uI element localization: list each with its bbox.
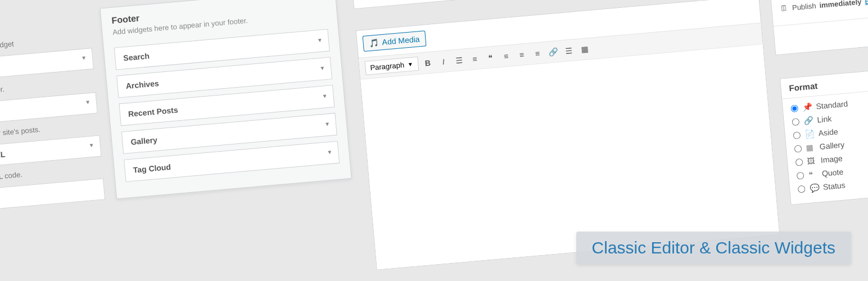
pin-icon: 📌 bbox=[802, 102, 812, 112]
media-icon: 🎵 bbox=[369, 38, 379, 48]
format-gallery-radio[interactable] bbox=[794, 144, 802, 152]
format-option-label: Quote bbox=[821, 167, 843, 178]
format-option-label: Standard bbox=[816, 99, 848, 111]
image-icon: 🖼 bbox=[807, 156, 816, 166]
widget-title: Image bbox=[0, 185, 96, 207]
toolbar-toggle-button[interactable]: ▦ bbox=[578, 42, 591, 56]
publish-metabox: Publish ˄ ˅ ▲ Save Draft Preview 📌 Statu… bbox=[764, 0, 868, 55]
chevron-up-icon[interactable]: ▲ bbox=[323, 0, 329, 1]
readmore-button[interactable]: ☰ bbox=[562, 44, 576, 57]
status-icon: 💬 bbox=[810, 183, 819, 192]
link-button[interactable]: 🔗 bbox=[546, 45, 560, 58]
edit-date-link[interactable]: Edit bbox=[865, 0, 868, 5]
quote-icon: ❝ bbox=[808, 170, 817, 179]
widget-title: Custom HTML bbox=[0, 142, 93, 164]
format-standard-radio[interactable] bbox=[790, 105, 798, 112]
paragraph-label: Paragraph bbox=[370, 61, 405, 72]
format-quote-radio[interactable] bbox=[797, 171, 804, 179]
link-icon: 🔗 bbox=[803, 116, 813, 125]
format-option-label: Status bbox=[822, 180, 846, 191]
format-aside-radio[interactable] bbox=[793, 131, 801, 139]
italic-button[interactable]: I bbox=[437, 55, 450, 68]
chevron-down-icon: ▼ bbox=[319, 65, 326, 71]
chevron-down-icon: ▼ bbox=[317, 37, 323, 43]
numbered-list-button[interactable]: ≡ bbox=[468, 52, 482, 65]
widget-title: alendar bbox=[0, 99, 89, 120]
chevron-down-icon: ▼ bbox=[88, 142, 94, 148]
quote-button[interactable]: ❝ bbox=[483, 51, 497, 64]
format-option-label: Aside bbox=[818, 127, 838, 138]
chevron-down-icon: ▼ bbox=[322, 93, 328, 99]
publish-when-label: Publish bbox=[792, 1, 816, 12]
format-option-label: Gallery bbox=[819, 140, 845, 151]
chevron-down-icon: ▼ bbox=[81, 55, 87, 61]
calendar-icon: 🗓 bbox=[779, 3, 789, 13]
paragraph-select[interactable]: Paragraph ▼ bbox=[365, 57, 419, 75]
align-right-button[interactable]: ≡ bbox=[531, 47, 544, 60]
format-link-radio[interactable] bbox=[792, 117, 799, 125]
chevron-down-icon: ▼ bbox=[85, 99, 91, 106]
format-metabox: Format ▲ 📌Standard 🔗Link 📄Aside ▦Gallery… bbox=[780, 65, 868, 205]
format-option-label: Link bbox=[817, 114, 832, 124]
align-left-button[interactable]: ≡ bbox=[499, 49, 513, 63]
bullet-list-button[interactable]: ☰ bbox=[453, 53, 466, 67]
add-media-button[interactable]: 🎵 Add Media bbox=[363, 30, 427, 52]
footer-widget-area: ▲ Footer Add widgets here to appear in y… bbox=[100, 0, 351, 199]
format-image-radio[interactable] bbox=[795, 158, 803, 166]
add-media-label: Add Media bbox=[382, 34, 420, 47]
align-center-button[interactable]: ≡ bbox=[515, 48, 528, 61]
publish-when-value: immediately bbox=[819, 0, 862, 10]
format-title: Format bbox=[789, 81, 818, 93]
bold-button[interactable]: B bbox=[421, 56, 435, 70]
aside-icon: 📄 bbox=[804, 129, 814, 139]
gallery-icon: ▦ bbox=[806, 143, 815, 152]
format-option-label: Image bbox=[820, 154, 843, 165]
chevron-down-icon: ▼ bbox=[324, 121, 331, 128]
available-widget[interactable]: ▼ bbox=[0, 48, 94, 83]
banner-label: Classic Editor & Classic Widgets bbox=[576, 232, 851, 264]
chevron-down-icon: ▼ bbox=[327, 149, 333, 156]
available-widget-image[interactable]: Image bbox=[0, 178, 105, 213]
chevron-down-icon: ▼ bbox=[408, 61, 414, 67]
format-status-radio[interactable] bbox=[798, 185, 806, 193]
